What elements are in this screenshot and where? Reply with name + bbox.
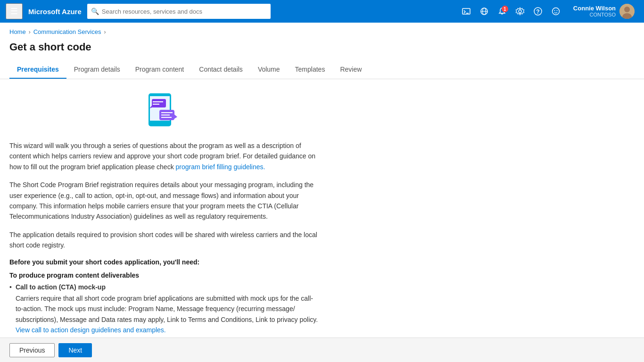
breadcrumb: Home › Communication Services › bbox=[0, 23, 644, 37]
svg-point-13 bbox=[624, 7, 630, 12]
intro-paragraph-2: The Short Code Program Brief registratio… bbox=[9, 180, 321, 222]
user-org: CONTOSO bbox=[590, 12, 616, 18]
illustration bbox=[9, 89, 321, 131]
next-button[interactable]: Next bbox=[58, 343, 92, 357]
page-container: Home › Communication Services › Get a sh… bbox=[0, 23, 644, 362]
directory-button[interactable] bbox=[476, 4, 492, 18]
before-heading: Before you submit your short codes appli… bbox=[9, 258, 321, 266]
bullet-dot-1: • bbox=[9, 282, 12, 292]
cta-guidelines-link[interactable]: View call to action design guidelines an… bbox=[16, 326, 166, 334]
breadcrumb-home[interactable]: Home bbox=[9, 28, 26, 35]
intro-paragraph-3: The application details required to prov… bbox=[9, 230, 321, 251]
svg-point-6 bbox=[519, 10, 521, 13]
top-navigation: ☰ Microsoft Azure 🔍 1 ? Connie Wilson CO… bbox=[0, 0, 644, 23]
tab-templates[interactable]: Templates bbox=[288, 61, 333, 79]
search-icon: 🔍 bbox=[91, 8, 99, 15]
tab-prerequisites[interactable]: Prerequisites bbox=[9, 61, 66, 79]
search-bar[interactable]: 🔍 bbox=[87, 4, 271, 19]
azure-logo: Microsoft Azure bbox=[28, 8, 82, 16]
tabs-bar: Prerequisites Program details Program co… bbox=[0, 61, 644, 79]
breadcrumb-service[interactable]: Communication Services bbox=[33, 28, 101, 35]
search-input[interactable] bbox=[102, 8, 267, 15]
previous-button[interactable]: Previous bbox=[9, 343, 55, 357]
hamburger-menu-button[interactable]: ☰ bbox=[6, 3, 23, 19]
feedback-button[interactable] bbox=[548, 4, 564, 18]
tab-volume[interactable]: Volume bbox=[250, 61, 288, 79]
bottom-bar: Previous Next bbox=[0, 337, 644, 362]
tab-program-content[interactable]: Program content bbox=[128, 61, 192, 79]
svg-rect-17 bbox=[152, 99, 166, 107]
breadcrumb-sep-1: › bbox=[29, 29, 31, 35]
tab-review[interactable]: Review bbox=[332, 61, 369, 79]
nav-icons: 1 ? bbox=[458, 4, 564, 18]
bullet-content-1: Call to action (CTA) mock-up Carriers re… bbox=[16, 282, 321, 336]
settings-button[interactable] bbox=[512, 4, 528, 18]
cloud-shell-button[interactable] bbox=[458, 4, 474, 18]
page-title: Get a short code bbox=[0, 37, 644, 61]
subsection-heading: To produce program content deliverables bbox=[9, 272, 321, 279]
svg-point-9 bbox=[552, 8, 559, 15]
svg-text:?: ? bbox=[536, 8, 539, 15]
user-menu[interactable]: Connie Wilson CONTOSO bbox=[570, 2, 638, 21]
breadcrumb-sep-2: › bbox=[104, 29, 106, 35]
intro-paragraph-1: This wizard will walk you through a seri… bbox=[9, 140, 321, 172]
notifications-button[interactable]: 1 bbox=[494, 4, 510, 18]
help-button[interactable]: ? bbox=[530, 4, 546, 18]
list-item-cta: • Call to action (CTA) mock-up Carriers … bbox=[9, 282, 321, 336]
svg-point-10 bbox=[554, 10, 555, 11]
bullet1-desc: Carriers require that all short code pro… bbox=[16, 293, 321, 336]
notification-badge: 1 bbox=[502, 6, 508, 12]
content-area: This wizard will walk you through a seri… bbox=[0, 79, 330, 362]
bullet1-title: Call to action (CTA) mock-up bbox=[16, 283, 106, 291]
user-info: Connie Wilson CONTOSO bbox=[573, 5, 616, 18]
avatar bbox=[619, 4, 635, 19]
tab-contact-details[interactable]: Contact details bbox=[191, 61, 250, 79]
svg-point-11 bbox=[556, 10, 557, 11]
user-name: Connie Wilson bbox=[573, 5, 616, 12]
program-brief-link[interactable]: program brief filling guidelines. bbox=[176, 163, 265, 171]
tab-program-details[interactable]: Program details bbox=[66, 61, 128, 79]
